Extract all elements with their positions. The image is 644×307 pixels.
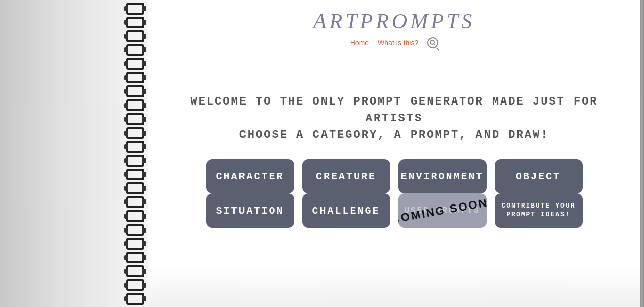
right-border	[640, 0, 644, 307]
cat-btn-object[interactable]: OBJECT	[495, 159, 583, 193]
welcome-text: Welcome to the only prompt generator mad…	[169, 93, 620, 143]
header: ArtPrompts Home What is this?	[148, 0, 640, 53]
cat-btn-environment[interactable]: ENVIRONMENT	[398, 159, 487, 193]
spiral-ring	[126, 196, 144, 209]
spiral-ring	[126, 155, 144, 167]
categories-row2: SITUATIONCHALLENGEUSER PROMPTSComing Soo…	[196, 193, 593, 228]
cat-btn-contribute[interactable]: CONTRIBUTE YOUR PROMPT IDEAS!	[495, 193, 583, 228]
spiral-ring	[126, 224, 144, 236]
spiral-ring	[126, 141, 144, 153]
spiral-ring	[126, 238, 144, 250]
spiral-ring	[126, 72, 144, 84]
spiral-ring	[126, 30, 144, 42]
search-button[interactable]	[427, 37, 438, 48]
spiral-ring	[126, 293, 144, 305]
main-content: ArtPrompts Home What is this? Welcome to…	[148, 0, 640, 307]
categories-row1: CHARACTERCREATUREENVIRONMENTOBJECT	[196, 159, 593, 193]
nav-what[interactable]: What is this?	[378, 39, 418, 47]
nav-home[interactable]: Home	[350, 39, 369, 47]
cat-btn-character[interactable]: CHARACTER	[206, 159, 294, 193]
welcome-section: Welcome to the only prompt generator mad…	[148, 93, 640, 143]
spiral-ring	[126, 3, 144, 15]
cat-btn-situation[interactable]: SITUATION	[206, 193, 294, 228]
spiral-ring	[126, 58, 144, 70]
spiral-ring	[126, 44, 144, 56]
spiral-ring	[126, 99, 144, 112]
spiral-ring	[126, 113, 144, 125]
spiral-ring	[126, 17, 144, 29]
spiral-ring	[126, 85, 144, 97]
spiral-ring	[126, 169, 144, 181]
reflection-overlay	[148, 267, 640, 307]
cat-btn-user_prompts[interactable]: USER PROMPTSComing Soon!	[398, 193, 487, 228]
cat-btn-creature[interactable]: CREATURE	[302, 159, 390, 193]
coming-soon-overlay: Coming Soon!	[398, 193, 487, 228]
spiral-ring	[126, 265, 144, 277]
spiral-ring	[126, 182, 144, 194]
spiral-ring	[126, 210, 144, 222]
spiral-rings	[126, 0, 144, 307]
nav-bar: Home What is this?	[350, 37, 439, 48]
spiral-ring	[126, 279, 144, 291]
spiral-ring	[126, 252, 144, 264]
spiral-ring	[126, 127, 144, 139]
svg-line-1	[434, 44, 435, 45]
cat-btn-challenge[interactable]: CHALLENGE	[302, 193, 390, 228]
spiral-notebook-side	[0, 0, 148, 307]
site-title: ArtPrompts	[313, 9, 475, 33]
svg-point-0	[430, 40, 434, 44]
cat-label-contribute: CONTRIBUTE YOUR PROMPT IDEAS!	[495, 202, 583, 219]
search-icon	[430, 40, 436, 46]
coming-soon-text: Coming Soon!	[398, 195, 487, 226]
